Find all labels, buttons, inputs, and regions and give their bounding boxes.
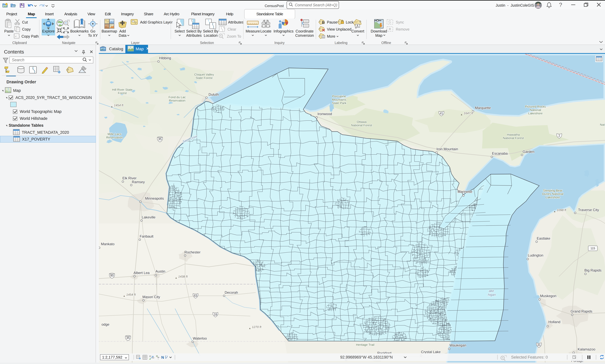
svg-text:Heritage Trail: Heritage Trail: [356, 343, 375, 346]
svg-text:Marquette: Marquette: [475, 106, 491, 110]
svg-text:Fond du Lac: Fond du Lac: [169, 95, 186, 99]
svg-text:1098 ft: 1098 ft: [557, 208, 566, 212]
svg-text:Rochester: Rochester: [184, 250, 200, 254]
svg-text:Cloquet Valley: Cloquet Valley: [194, 73, 214, 76]
svg-text:Duluth: Duluth: [208, 92, 219, 96]
svg-text:31: 31: [537, 343, 540, 347]
svg-text:Waterloo: Waterloo: [193, 336, 207, 340]
svg-text:Minneapolis: Minneapolis: [145, 196, 164, 200]
svg-text:1454 ft: 1454 ft: [126, 293, 136, 296]
svg-text:1454 ft: 1454 ft: [114, 104, 123, 107]
svg-text:Marinette: Marinette: [457, 190, 472, 194]
svg-text:Reservation: Reservation: [169, 99, 185, 102]
svg-text:Kalamazoo: Kalamazoo: [578, 347, 595, 351]
svg-text:National: National: [530, 108, 541, 112]
svg-text:63: 63: [194, 294, 197, 297]
svg-text:Austin: Austin: [156, 269, 165, 273]
svg-text:Pictured Rocks: Pictured Rocks: [525, 105, 546, 108]
svg-text:Muskegon: Muskegon: [540, 294, 556, 298]
svg-text:Faribault: Faribault: [140, 234, 153, 238]
svg-text:Albert Lea: Albert Lea: [134, 271, 150, 275]
svg-text:Traverse City: Traverse City: [578, 208, 599, 212]
svg-text:National Forest: National Forest: [351, 123, 372, 127]
svg-text:35: 35: [158, 137, 161, 141]
svg-text:115: 115: [591, 247, 595, 250]
svg-text:Mountains: Mountains: [332, 98, 346, 101]
svg-text:ake: ake: [489, 289, 494, 293]
svg-text:41: 41: [440, 112, 443, 115]
svg-text:Porcupine: Porcupine: [332, 94, 346, 98]
svg-text:Hibbing: Hibbing: [159, 56, 171, 60]
svg-text:Grand Rapids: Grand Rapids: [571, 309, 592, 313]
svg-text:Mason City: Mason City: [142, 295, 160, 299]
svg-text:Mankato: Mankato: [101, 242, 114, 246]
svg-text:18: 18: [214, 313, 217, 316]
svg-text:State Park: State Park: [332, 101, 347, 105]
svg-text:State Forest: State Forest: [196, 76, 213, 79]
svg-text:Sleeping Bear: Sleeping Bear: [543, 189, 563, 192]
svg-text:35: 35: [126, 336, 130, 339]
svg-text:Hiawatha: Hiawatha: [507, 133, 520, 136]
svg-text:Nat: Nat: [600, 123, 605, 126]
svg-text:Elk River: Elk River: [122, 176, 136, 180]
svg-text:Escanaba: Escanaba: [492, 151, 508, 156]
svg-text:higan: higan: [488, 293, 496, 297]
svg-text:Lakeville: Lakeville: [142, 215, 155, 219]
svg-text:Mille Lacs: Mille Lacs: [108, 132, 121, 136]
svg-text:Hill River State: Hill River State: [112, 88, 133, 91]
svg-text:Big Rapids: Big Rapids: [584, 268, 602, 272]
svg-text:?: ?: [559, 2, 562, 8]
svg-text:1270 ft: 1270 ft: [252, 325, 261, 329]
svg-text:Ottawa: Ottawa: [357, 120, 367, 123]
svg-text:1647 ft: 1647 ft: [464, 111, 473, 115]
svg-text:Garden: Garden: [523, 150, 534, 154]
svg-text:National Forest: National Forest: [503, 136, 524, 140]
svg-text:Iron Mountain: Iron Mountain: [437, 147, 458, 151]
svg-text:Reservation: Reservation: [106, 136, 123, 139]
svg-text:Crystal Lake: Crystal Lake: [421, 350, 441, 354]
svg-text:90: 90: [110, 274, 114, 277]
svg-text:Decorah: Decorah: [225, 290, 238, 295]
svg-text:Eastlake: Eastlake: [537, 236, 550, 240]
svg-text:W:\: W:\: [15, 35, 20, 38]
svg-text:Forest: Forest: [118, 91, 127, 95]
svg-text:Ludington: Ludington: [528, 253, 543, 257]
svg-text:Dunes National: Dunes National: [542, 192, 563, 195]
svg-text:Waukegan: Waukegan: [449, 343, 466, 347]
svg-text:Ironwood: Ironwood: [318, 112, 332, 116]
svg-text:Lakeshore: Lakeshore: [546, 195, 560, 199]
svg-text:1438 ft: 1438 ft: [178, 275, 188, 278]
svg-text:A: A: [356, 24, 359, 28]
svg-text:2: 2: [558, 134, 560, 137]
svg-text:Ramsey: Ramsey: [132, 180, 145, 184]
svg-text:Holland: Holland: [548, 320, 560, 324]
svg-text:odge: odge: [102, 322, 109, 326]
svg-text:Lakeshore: Lakeshore: [528, 112, 543, 115]
